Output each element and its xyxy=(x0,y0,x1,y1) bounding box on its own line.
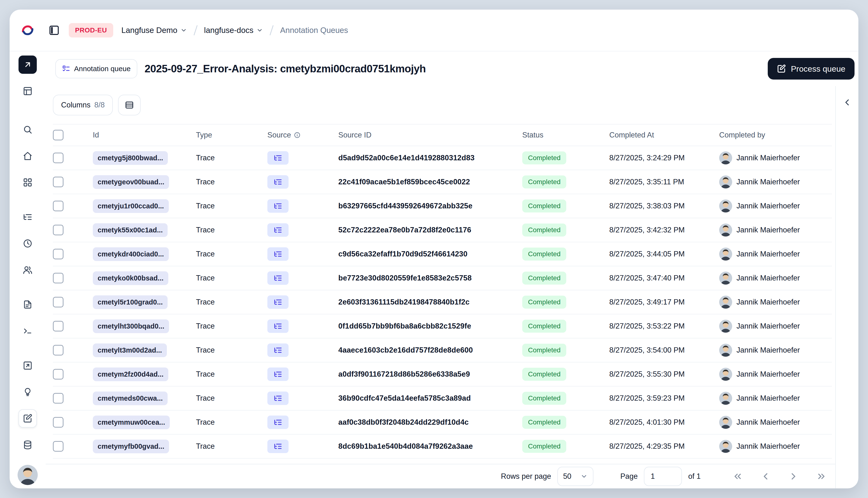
next-page-button[interactable] xyxy=(786,469,801,484)
source-trace-button[interactable] xyxy=(267,440,288,453)
table-row[interactable]: cmetyk55x00c1ad... Trace 52c72c2222ea78e… xyxy=(53,218,832,242)
table-view-button[interactable] xyxy=(18,82,37,100)
row-checkbox[interactable] xyxy=(53,417,64,428)
table-row[interactable]: cmetymeds00cwa... Trace 36b90cdfc47e5da1… xyxy=(53,386,832,410)
column-header-id[interactable]: Id xyxy=(93,131,196,140)
select-all-checkbox[interactable] xyxy=(53,130,64,140)
row-checkbox[interactable] xyxy=(53,249,64,259)
source-trace-button[interactable] xyxy=(267,175,288,189)
source-trace-button[interactable] xyxy=(267,392,288,405)
table-toolbar: Columns 8/8 xyxy=(46,86,835,124)
last-page-button[interactable] xyxy=(814,469,829,484)
table-row[interactable]: cmetyju1r00ccad0... Trace b63297665cfd44… xyxy=(53,194,832,218)
column-header-completed-at[interactable]: Completed At xyxy=(609,131,719,140)
playground-button[interactable] xyxy=(18,322,37,340)
source-trace-button[interactable] xyxy=(267,151,288,165)
sidebar-toggle-button[interactable] xyxy=(46,22,63,39)
source-trace-button[interactable] xyxy=(267,296,288,309)
open-external-button[interactable] xyxy=(18,55,37,74)
completed-by-name: Jannik Maierhoefer xyxy=(737,154,800,162)
evaluation-button[interactable] xyxy=(18,356,37,375)
first-page-button[interactable] xyxy=(730,469,746,484)
source-trace-button[interactable] xyxy=(267,367,288,381)
row-checkbox[interactable] xyxy=(53,345,64,355)
column-header-source-id[interactable]: Source ID xyxy=(338,131,522,140)
expand-panel-button[interactable] xyxy=(839,94,855,110)
prompts-button[interactable] xyxy=(18,296,37,314)
completed-at-value: 8/27/2025, 3:24:29 PM xyxy=(609,154,719,162)
table-row[interactable]: cmetym2fz00d4ad... Trace a0df3f901167218… xyxy=(53,363,832,386)
page-number-input[interactable] xyxy=(644,467,682,486)
annotation-queues-button[interactable] xyxy=(18,409,37,428)
project-switcher[interactable]: langfuse-docs xyxy=(204,26,263,35)
page-title: 2025-09-27_Error-Analysis: cmetybzmi00cr… xyxy=(144,63,426,75)
column-header-status[interactable]: Status xyxy=(522,131,609,140)
row-checkbox[interactable] xyxy=(53,393,64,404)
sessions-button[interactable] xyxy=(18,234,37,253)
row-height-button[interactable] xyxy=(118,95,141,115)
row-checkbox[interactable] xyxy=(53,201,64,211)
chevron-right-icon xyxy=(788,471,799,482)
row-checkbox[interactable] xyxy=(53,297,64,307)
status-badge: Completed xyxy=(522,392,566,405)
table-row[interactable]: cmetygeov00buad... Trace 22c41f09acae5b1… xyxy=(53,170,832,194)
tracing-button[interactable] xyxy=(18,208,37,226)
langfuse-logo[interactable] xyxy=(10,24,46,37)
item-id-badge[interactable]: cmetym2fz00d4ad... xyxy=(93,367,168,381)
item-id-badge[interactable]: cmetyk55x00c1ad... xyxy=(93,223,168,237)
item-id-badge[interactable]: cmetyg5j800bwad... xyxy=(93,151,168,165)
item-id-badge[interactable]: cmetygeov00buad... xyxy=(93,175,169,189)
item-id-badge[interactable]: cmetyl5r100grad0... xyxy=(93,296,168,309)
source-trace-button[interactable] xyxy=(267,416,288,429)
avatar-image xyxy=(719,175,732,188)
table-row[interactable]: cmetylht300bqad0... Trace 0f1dd65b7bb9bf… xyxy=(53,314,832,338)
row-checkbox[interactable] xyxy=(53,176,64,187)
row-checkbox[interactable] xyxy=(53,369,64,380)
item-id-badge[interactable]: cmetymyfb00gvad... xyxy=(93,440,169,453)
chevron-down-icon xyxy=(180,27,187,34)
process-queue-button[interactable]: Process queue xyxy=(768,58,855,80)
completed-by-avatar xyxy=(719,320,732,333)
info-icon xyxy=(294,132,300,139)
home-button[interactable] xyxy=(18,147,37,165)
row-checkbox[interactable] xyxy=(53,441,64,451)
dashboards-button[interactable] xyxy=(18,173,37,192)
users-button[interactable] xyxy=(18,261,37,279)
item-id-badge[interactable]: cmetymeds00cwa... xyxy=(93,392,168,405)
source-trace-button[interactable] xyxy=(267,223,288,237)
source-trace-button[interactable] xyxy=(267,271,288,285)
item-id-badge[interactable]: cmetyko0k00bsad... xyxy=(93,271,168,285)
item-id-badge[interactable]: cmetyju1r00ccad0... xyxy=(93,199,169,213)
datasets-button[interactable] xyxy=(18,436,37,454)
user-avatar[interactable] xyxy=(17,465,38,485)
previous-page-button[interactable] xyxy=(758,469,773,484)
source-trace-button[interactable] xyxy=(267,319,288,333)
table-row[interactable]: cmetymmuw00cea... Trace aaf0c38db0f3f204… xyxy=(53,410,832,434)
table-row[interactable]: cmetymyfb00gvad... Trace 8dc69b1ba1e540b… xyxy=(53,434,832,459)
columns-button[interactable]: Columns 8/8 xyxy=(53,95,113,115)
table-row[interactable]: cmetyg5j800bwad... Trace d5ad9d52a00c6e1… xyxy=(53,146,832,170)
source-trace-button[interactable] xyxy=(267,199,288,213)
table-row[interactable]: cmetyl5r100grad0... Trace 2e603f31361115… xyxy=(53,290,832,314)
item-id-badge[interactable]: cmetylt3m00d2ad... xyxy=(93,343,167,357)
rows-per-page-select[interactable]: 50 xyxy=(557,467,593,486)
search-button[interactable] xyxy=(18,120,37,139)
column-header-source[interactable]: Source xyxy=(267,131,338,140)
row-checkbox[interactable] xyxy=(53,321,64,331)
column-header-type[interactable]: Type xyxy=(196,131,267,140)
source-trace-button[interactable] xyxy=(267,247,288,261)
source-trace-button[interactable] xyxy=(267,343,288,357)
completed-by-name: Jannik Maierhoefer xyxy=(737,274,800,283)
insights-button[interactable] xyxy=(18,383,37,401)
item-id-badge[interactable]: cmetykdr400ciad0... xyxy=(93,247,169,261)
org-switcher[interactable]: Langfuse Demo xyxy=(121,26,187,35)
row-checkbox[interactable] xyxy=(53,153,64,163)
table-row[interactable]: cmetyko0k00bsad... Trace be7723e30d80205… xyxy=(53,266,832,290)
item-id-badge[interactable]: cmetylht300bqad0... xyxy=(93,319,169,333)
column-header-completed-by[interactable]: Completed by xyxy=(719,131,832,140)
table-row[interactable]: cmetykdr400ciad0... Trace c9d56ca32efaff… xyxy=(53,242,832,266)
item-id-badge[interactable]: cmetymmuw00cea... xyxy=(93,416,170,429)
table-row[interactable]: cmetylt3m00d2ad... Trace 4aaece1603cb2e1… xyxy=(53,338,832,363)
row-checkbox[interactable] xyxy=(53,225,64,235)
row-checkbox[interactable] xyxy=(53,273,64,283)
